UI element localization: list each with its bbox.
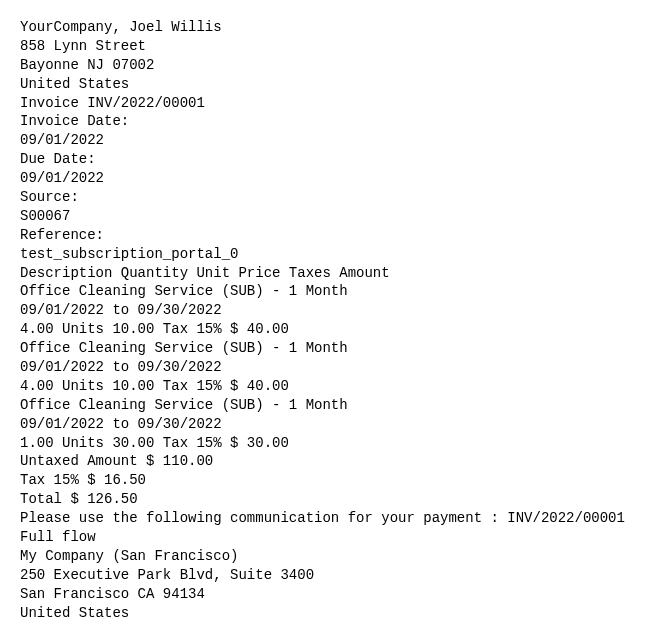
line-item-period: 09/01/2022 to 09/30/2022 xyxy=(20,358,642,377)
reference-value: test_subscription_portal_0 xyxy=(20,245,642,264)
source-value: S00067 xyxy=(20,207,642,226)
line-item-detail: 4.00 Units 10.00 Tax 15% $ 40.00 xyxy=(20,320,642,339)
invoice-date-label: Invoice Date: xyxy=(20,112,642,131)
company-city-state-zip: San Francisco CA 94134 xyxy=(20,585,642,604)
due-date-value: 09/01/2022 xyxy=(20,169,642,188)
reference-label: Reference: xyxy=(20,226,642,245)
untaxed-amount: Untaxed Amount $ 110.00 xyxy=(20,452,642,471)
customer-city-state-zip: Bayonne NJ 07002 xyxy=(20,56,642,75)
line-item-desc: Office Cleaning Service (SUB) - 1 Month xyxy=(20,339,642,358)
due-date-label: Due Date: xyxy=(20,150,642,169)
company-street: 250 Executive Park Blvd, Suite 3400 xyxy=(20,566,642,585)
line-item-period: 09/01/2022 to 09/30/2022 xyxy=(20,301,642,320)
line-item-detail: 4.00 Units 10.00 Tax 15% $ 40.00 xyxy=(20,377,642,396)
total-amount: Total $ 126.50 xyxy=(20,490,642,509)
invoice-title: Invoice INV/2022/00001 xyxy=(20,94,642,113)
customer-country: United States xyxy=(20,75,642,94)
tax-amount: Tax 15% $ 16.50 xyxy=(20,471,642,490)
line-item-desc: Office Cleaning Service (SUB) - 1 Month xyxy=(20,396,642,415)
customer-street: 858 Lynn Street xyxy=(20,37,642,56)
line-item-detail: 1.00 Units 30.00 Tax 15% $ 30.00 xyxy=(20,434,642,453)
flow: Full flow xyxy=(20,528,642,547)
line-item-desc: Office Cleaning Service (SUB) - 1 Month xyxy=(20,282,642,301)
customer-name: YourCompany, Joel Willis xyxy=(20,18,642,37)
source-label: Source: xyxy=(20,188,642,207)
table-header: Description Quantity Unit Price Taxes Am… xyxy=(20,264,642,283)
company-name: My Company (San Francisco) xyxy=(20,547,642,566)
invoice-date-value: 09/01/2022 xyxy=(20,131,642,150)
line-item-period: 09/01/2022 to 09/30/2022 xyxy=(20,415,642,434)
payment-communication: Please use the following communication f… xyxy=(20,509,642,528)
company-country: United States xyxy=(20,604,642,618)
